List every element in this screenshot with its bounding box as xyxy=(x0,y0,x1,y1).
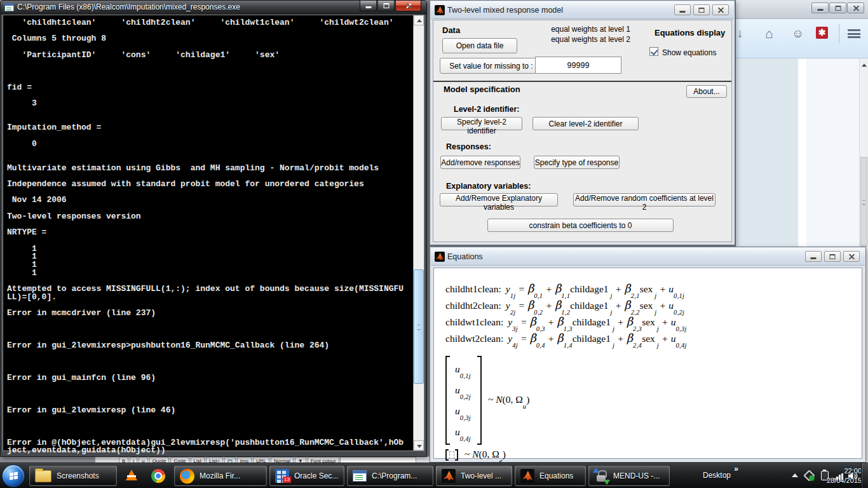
equation-row: childwt2clean:y4j=β0,4+β1,4childage1j+β2… xyxy=(445,332,687,348)
weights-level2-label: equal weights at level 2 xyxy=(529,35,653,44)
desktop-toolbar-label[interactable]: Desktop xyxy=(703,471,731,480)
minimize-button[interactable] xyxy=(360,1,377,11)
scrollbar-thumb[interactable] xyxy=(860,157,867,247)
specify-level2-button[interactable]: Specify level-2 identifier xyxy=(441,117,522,130)
format-button[interactable]: i xyxy=(130,457,137,463)
open-data-file-button[interactable]: Open data file xyxy=(442,38,517,53)
maximize-button[interactable] xyxy=(824,251,841,262)
console-output: 'childht1clean' 'childht2clean' 'childwt… xyxy=(7,19,411,451)
sync-tray-icon[interactable] xyxy=(804,471,815,481)
data-heading: Data xyxy=(442,25,460,35)
matlab-icon xyxy=(435,252,445,262)
firefox-icon xyxy=(180,469,194,484)
firefox-titlebar[interactable] xyxy=(736,0,868,19)
bottom-divider xyxy=(433,241,731,242)
section-divider xyxy=(433,81,731,82)
format-button[interactable]: Font colour xyxy=(308,457,339,463)
taskbar-item-label: C:\Program... xyxy=(372,471,417,480)
maximize-button[interactable] xyxy=(377,1,395,11)
close-button[interactable] xyxy=(843,251,860,262)
about-button[interactable]: About... xyxy=(686,85,727,98)
chevron-icon[interactable]: » xyxy=(734,464,738,473)
model-spec-heading: Model specification xyxy=(444,85,520,94)
maximize-button[interactable] xyxy=(829,3,846,13)
show-hidden-icons[interactable] xyxy=(792,473,798,477)
taskbar-item-two-level[interactable]: Two-level ... xyxy=(436,466,512,486)
format-button[interactable]: [*] xyxy=(224,457,236,463)
maximize-button[interactable] xyxy=(693,4,710,15)
taskbar-item-firefox[interactable]: Mozilla Fir... xyxy=(174,466,267,486)
console-app-icon xyxy=(4,3,14,11)
firefox-toolbar: ↓ ⌂ ☺ ✱ xyxy=(736,19,868,58)
format-button[interactable]: ▼ xyxy=(295,457,306,463)
scroll-down-button[interactable] xyxy=(414,440,424,451)
matlab-icon xyxy=(435,5,445,15)
equations-titlebar[interactable]: Equations xyxy=(431,248,865,266)
missing-value-input[interactable] xyxy=(535,57,621,74)
add-random-coeff-button[interactable]: Add/Remove random coefficients at level … xyxy=(573,193,715,207)
add-responses-button[interactable]: Add/remove responses xyxy=(440,156,520,169)
console-scrollbar[interactable] xyxy=(413,15,424,451)
minimize-button[interactable] xyxy=(805,251,822,262)
equation-row: childht1clean:y1j=β0,1+β1,1childage1j+β2… xyxy=(445,282,687,299)
format-button[interactable]: Code xyxy=(170,457,189,463)
menu-hamburger-icon[interactable] xyxy=(848,29,860,38)
feedback-smiley-icon[interactable]: ☺ xyxy=(792,27,804,41)
format-button[interactable]: List= xyxy=(206,457,223,463)
download-icon[interactable]: ↓ xyxy=(737,27,743,41)
set-missing-button[interactable]: Set value for missing to : xyxy=(440,58,543,74)
format-button[interactable]: B xyxy=(119,457,128,463)
show-equations-checkbox[interactable] xyxy=(649,47,658,56)
start-button[interactable] xyxy=(2,464,25,487)
taskbar-item-equations[interactable]: Equations xyxy=(515,466,586,486)
editor-text-field[interactable] xyxy=(340,457,416,463)
lastpass-icon[interactable]: ✱ xyxy=(816,27,828,39)
clock-date: 28/04/2015 xyxy=(827,476,862,485)
taskbar-item-label: Two-level ... xyxy=(461,471,501,480)
dashed-placeholder xyxy=(449,451,454,459)
e-distribution-row: ~ N(0, Ωe) xyxy=(445,449,687,461)
taskbar-item-chrome[interactable] xyxy=(146,466,172,486)
taskbar-item-label: Equations xyxy=(539,471,573,480)
taskbar-item-screenshots[interactable]: Screenshots xyxy=(29,466,117,486)
model-titlebar[interactable]: Two-level mixed response model xyxy=(431,1,734,19)
constrain-beta-button[interactable]: constrain beta coefficients to 0 xyxy=(487,219,674,232)
clear-level2-button[interactable]: Clear level-2 identifier xyxy=(532,117,639,130)
console-titlebar[interactable]: C:\Program Files (x86)\Realcom\Imputatio… xyxy=(1,1,426,15)
add-explanatory-button[interactable]: Add/Remove Explanatory variables xyxy=(440,193,558,207)
scroll-up-button[interactable] xyxy=(414,15,424,25)
scrollbar-thumb[interactable] xyxy=(414,269,424,384)
specify-type-button[interactable]: Specify type of response xyxy=(534,156,620,169)
equations-list: childht1clean:y1j=β0,1+β1,1childage1j+β2… xyxy=(445,282,687,348)
show-desktop-button[interactable] xyxy=(861,463,868,488)
scroll-up-icon[interactable] xyxy=(862,64,867,67)
toolbar-separator xyxy=(839,24,839,43)
taskbar-item-vlc[interactable] xyxy=(119,466,144,486)
taskbar-item-console[interactable]: C:\Program... xyxy=(347,466,433,486)
right-bracket xyxy=(455,449,458,461)
taskbar-item-label: Screenshots xyxy=(57,471,99,480)
format-button[interactable]: List xyxy=(191,457,205,463)
minimize-button[interactable] xyxy=(674,4,691,15)
lock-icon xyxy=(594,469,608,483)
upload-arrow-icon xyxy=(593,468,599,473)
format-button[interactable]: Normal xyxy=(271,457,294,463)
taskbar-item-oracle[interactable]: 13Oracle Sec... xyxy=(269,466,344,486)
console-window: C:\Program Files (x86)\Realcom\Imputatio… xyxy=(0,0,427,457)
format-button[interactable]: Img xyxy=(237,457,252,463)
format-button[interactable]: URL xyxy=(253,457,269,463)
chrome-icon xyxy=(151,469,165,483)
format-button[interactable]: Quote xyxy=(149,457,170,463)
equation-row: childht2clean:y2j=β0,2+β1,2childage1j+β2… xyxy=(445,299,687,315)
taskbar-item-mend-us[interactable]: MEND-US -... xyxy=(588,466,670,486)
close-button[interactable] xyxy=(395,1,421,11)
level2-identifier-label: Level-2 identifier: xyxy=(454,105,520,114)
right-bracket xyxy=(477,356,482,445)
u-entry: u0,4j xyxy=(455,421,471,442)
minimize-button[interactable] xyxy=(811,3,829,13)
close-button[interactable] xyxy=(712,4,729,15)
format-button[interactable]: u xyxy=(139,457,147,463)
home-icon[interactable]: ⌂ xyxy=(765,27,773,41)
close-button[interactable] xyxy=(847,3,864,13)
clock[interactable]: 22:00 28/04/2015 xyxy=(827,466,862,485)
